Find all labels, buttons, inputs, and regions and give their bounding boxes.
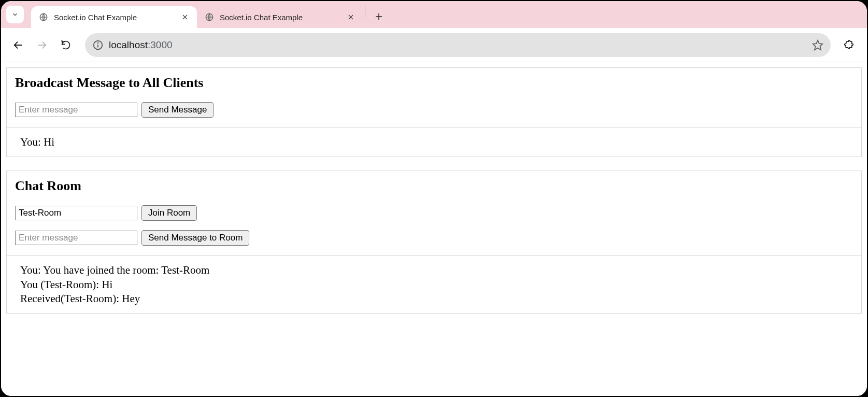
browser-toolbar: localhost:3000	[1, 28, 867, 62]
log-line: You (Test-Room): Hi	[20, 278, 848, 291]
log-line: Received(Test-Room): Hey	[20, 292, 848, 305]
site-info-icon[interactable]	[92, 39, 104, 51]
broadcast-log: You: Hi	[7, 127, 861, 157]
room-send-button[interactable]: Send Message to Room	[141, 230, 249, 246]
puzzle-icon	[844, 39, 856, 51]
page-viewport[interactable]: Broadcast Message to All Clients Send Me…	[1, 62, 867, 396]
url-text: localhost:3000	[109, 39, 807, 51]
star-icon	[812, 39, 823, 51]
address-bar[interactable]: localhost:3000	[85, 33, 831, 57]
room-message-input[interactable]	[15, 231, 137, 245]
tab-close-button[interactable]	[180, 12, 190, 22]
globe-icon	[38, 12, 49, 22]
tab-active[interactable]: Socket.io Chat Example	[31, 6, 197, 28]
tab-separator	[365, 6, 365, 18]
reload-button[interactable]	[56, 35, 76, 55]
chatroom-heading: Chat Room	[15, 178, 853, 194]
tab-title: Socket.io Chat Example	[54, 13, 180, 22]
broadcast-message-input[interactable]	[15, 103, 137, 117]
log-line: You: Hi	[20, 135, 848, 149]
log-line: You: You have joined the room: Test-Room	[20, 263, 848, 277]
arrow-right-icon	[36, 39, 48, 51]
svg-point-12	[98, 42, 98, 43]
room-message-row: Send Message to Room	[15, 230, 853, 246]
arrow-left-icon	[12, 39, 24, 51]
close-icon	[347, 13, 354, 21]
broadcast-send-button[interactable]: Send Message	[141, 102, 214, 118]
tab-strip: Socket.io Chat Example Socket.io Chat Ex…	[1, 1, 867, 28]
tablist-dropdown-button[interactable]	[6, 6, 24, 23]
url-host: localhost	[109, 39, 148, 50]
room-log: You: You have joined the room: Test-Room…	[7, 255, 861, 313]
browser-window: Socket.io Chat Example Socket.io Chat Ex…	[0, 0, 868, 397]
back-button[interactable]	[8, 35, 28, 55]
bookmark-button[interactable]	[812, 39, 823, 51]
tab-close-button[interactable]	[346, 12, 355, 22]
tab-inactive[interactable]: Socket.io Chat Example	[197, 6, 363, 28]
tab-title: Socket.io Chat Example	[220, 13, 346, 22]
room-join-row: Join Room	[15, 205, 853, 221]
svg-marker-13	[813, 40, 822, 49]
join-room-button[interactable]: Join Room	[141, 205, 197, 221]
broadcast-heading: Broadcast Message to All Clients	[15, 75, 853, 91]
broadcast-form-row: Send Message	[15, 102, 853, 118]
close-icon	[181, 13, 189, 21]
plus-icon	[374, 12, 383, 21]
url-rest: :3000	[148, 39, 173, 50]
broadcast-panel: Broadcast Message to All Clients Send Me…	[6, 67, 862, 157]
room-name-input[interactable]	[15, 206, 137, 220]
chevron-down-icon	[11, 11, 19, 18]
reload-icon	[61, 40, 71, 50]
forward-button[interactable]	[32, 35, 52, 55]
extensions-button[interactable]	[840, 35, 860, 55]
globe-icon	[204, 12, 215, 22]
new-tab-button[interactable]	[371, 8, 387, 25]
chatroom-panel: Chat Room Join Room Send Message to Room…	[6, 171, 862, 314]
